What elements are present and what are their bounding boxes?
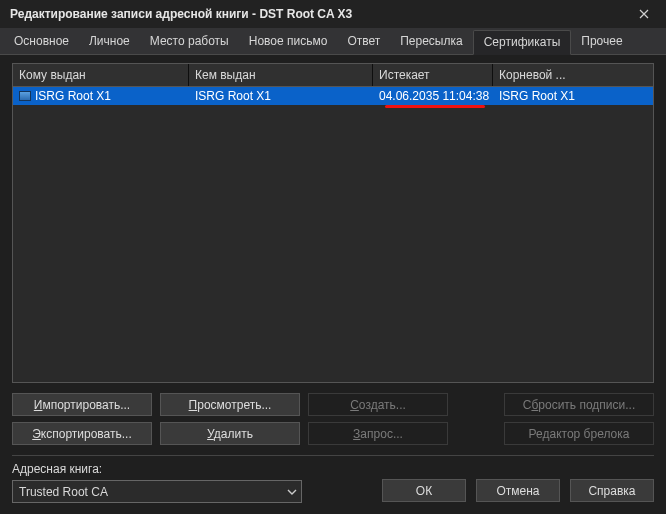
help-button[interactable]: Справка [570,479,654,502]
ok-button[interactable]: ОК [382,479,466,502]
close-icon [639,9,649,19]
keychain-editor-button: Редактор брелока [504,422,654,445]
cell-issued-to: ISRG Root X1 [35,89,111,103]
divider [12,455,654,456]
cell-issued-by: ISRG Root X1 [189,89,373,103]
t: кспортировать... [41,427,132,441]
export-button[interactable]: Экспортировать... [12,422,152,445]
address-book-label: Адресная книга: [12,462,302,476]
col-issued-to[interactable]: Кому выдан [13,64,189,86]
tab-forward[interactable]: Пересылка [390,30,472,53]
u: П [189,398,198,412]
tab-strip: Основное Личное Место работы Новое письм… [0,28,666,55]
chevron-down-icon [287,487,297,497]
tab-reply[interactable]: Ответ [337,30,390,53]
highlight-underline [385,105,485,108]
t: мпортировать... [42,398,130,412]
tab-new-mail[interactable]: Новое письмо [239,30,338,53]
t: росить подписи... [538,398,635,412]
col-expires[interactable]: Истекает [373,64,493,86]
tab-other[interactable]: Прочее [571,30,632,53]
u: Э [32,427,41,441]
tab-certificates[interactable]: Сертификаты [473,30,572,55]
address-book-value: Trusted Root CA [19,485,108,499]
table-row[interactable]: ISRG Root X1 ISRG Root X1 04.06.2035 11:… [13,87,653,105]
close-button[interactable] [622,0,666,28]
delete-button[interactable]: Удалить [160,422,300,445]
col-root[interactable]: Корневой ... [493,64,653,86]
t: росмотреть... [197,398,271,412]
view-button[interactable]: Просмотреть... [160,393,300,416]
tab-work[interactable]: Место работы [140,30,239,53]
u: С [350,398,359,412]
request-button: Запрос... [308,422,448,445]
window-title: Редактирование записи адресной книги - D… [10,7,352,21]
reset-signatures-button: Сбросить подписи... [504,393,654,416]
create-button: Создать... [308,393,448,416]
t: оздать... [359,398,406,412]
cell-root: ISRG Root X1 [493,89,653,103]
address-book-select[interactable]: Trusted Root CA [12,480,302,503]
col-issued-by[interactable]: Кем выдан [189,64,373,86]
title-bar: Редактирование записи адресной книги - D… [0,0,666,28]
certificate-icon [19,91,31,101]
cell-expires: 04.06.2035 11:04:38 [373,89,493,103]
u: У [207,427,214,441]
tab-main[interactable]: Основное [4,30,79,53]
t: апрос... [360,427,403,441]
certificate-table: Кому выдан Кем выдан Истекает Корневой .… [12,63,654,383]
table-header: Кому выдан Кем выдан Истекает Корневой .… [13,64,653,87]
tab-personal[interactable]: Личное [79,30,140,53]
t: далить [214,427,253,441]
import-button[interactable]: Импортировать... [12,393,152,416]
cancel-button[interactable]: Отмена [476,479,560,502]
